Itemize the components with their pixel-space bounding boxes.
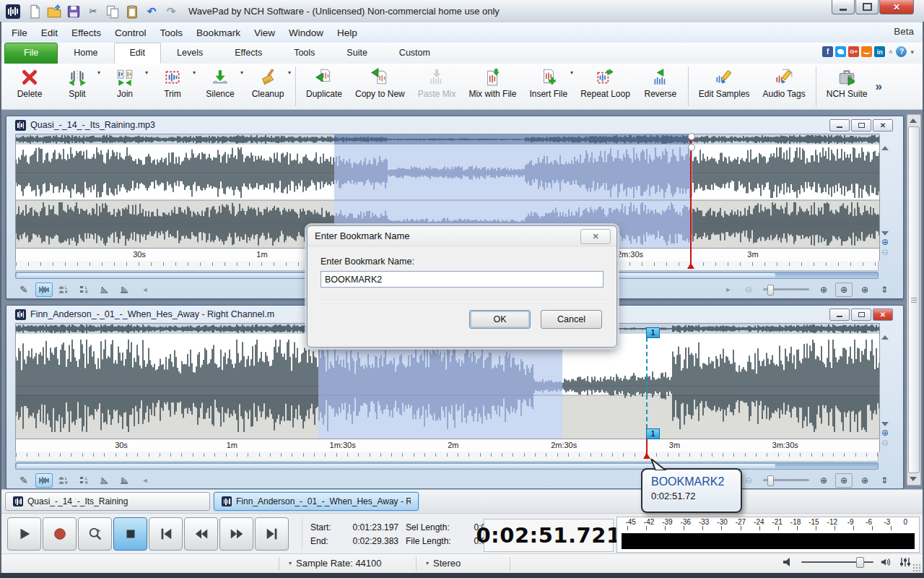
doc1-maximize-button[interactable] (851, 119, 871, 131)
collapse-ribbon-icon[interactable]: ˄ (889, 48, 892, 56)
scroll-left-icon[interactable] (136, 473, 154, 488)
amp-down-icon[interactable] (881, 231, 889, 236)
bookmark-flag-top[interactable]: 1 (646, 327, 660, 338)
facebook-icon[interactable]: f (822, 46, 833, 57)
go-to-start-button[interactable] (149, 517, 183, 551)
nch-icon[interactable] (861, 46, 872, 57)
fast-forward-button[interactable] (219, 517, 253, 551)
rewind-button[interactable] (184, 517, 218, 551)
undo-icon[interactable]: ↶ (144, 4, 159, 19)
play-button[interactable] (7, 517, 41, 551)
googleplus-icon[interactable]: G+ (848, 46, 859, 57)
menu-item[interactable]: Bookmark (196, 27, 240, 38)
scroll-down-icon[interactable] (910, 477, 917, 481)
go-to-end-button[interactable] (255, 517, 289, 551)
zoom-selection-icon[interactable] (835, 282, 853, 297)
view-env1-icon[interactable] (96, 473, 113, 488)
mdi-vertical-scrollbar[interactable] (907, 114, 921, 486)
maximize-button[interactable] (855, 0, 879, 14)
linkedin-icon[interactable]: in (874, 46, 885, 57)
speaker-mute-icon[interactable] (783, 557, 794, 567)
open-file-icon[interactable] (47, 4, 61, 19)
zoom-out-icon[interactable] (740, 473, 757, 488)
scroll-right-icon[interactable] (720, 282, 737, 297)
resize-grip[interactable] (913, 564, 920, 571)
menu-item[interactable]: Control (115, 27, 147, 38)
silence-button[interactable]: ▾ Silence (196, 64, 244, 109)
scroll-up-icon[interactable] (910, 118, 917, 123)
view-mode-lr-icon[interactable]: LR (56, 282, 73, 297)
view-mode-lr-icon[interactable]: LR (56, 473, 73, 488)
zoom-in-icon[interactable] (815, 282, 832, 297)
record-button[interactable] (43, 517, 77, 551)
save-icon[interactable] (66, 4, 81, 19)
close-button[interactable]: ✕ (879, 0, 914, 14)
doc2-horizontal-scrollbar[interactable] (15, 462, 879, 470)
speaker-loud-icon[interactable] (881, 557, 892, 567)
tab-file[interactable]: File (4, 43, 58, 64)
cleanup-button[interactable]: ▾ Cleanup (244, 64, 292, 109)
channels-selector[interactable]: Stereo (426, 558, 461, 569)
amp-down-icon[interactable] (881, 422, 889, 426)
menu-item[interactable]: View (254, 27, 275, 38)
volume-slider[interactable] (801, 561, 873, 563)
zoom-in-icon[interactable] (815, 473, 832, 488)
help-dropdown-icon[interactable]: ▾ (910, 48, 914, 56)
view-mode-dual-icon[interactable]: LR (76, 282, 93, 297)
tab-custom[interactable]: Custom (383, 43, 446, 64)
tab-tools[interactable]: Tools (278, 43, 331, 64)
menu-item[interactable]: Help (337, 27, 357, 38)
vzoom-in-icon[interactable] (879, 237, 891, 247)
view-env1-icon[interactable] (96, 282, 113, 297)
doc2-timeline[interactable]: 30s1m1m:30s2m2m:30s3m3m:30s (15, 439, 880, 452)
repeat-loop-button[interactable]: Repeat Loop (574, 64, 637, 109)
new-file-icon[interactable] (27, 4, 42, 19)
view-mode-wave-icon[interactable] (35, 473, 53, 488)
bookmark-flag-bottom[interactable]: 1 (646, 428, 660, 439)
zoom-full-icon[interactable] (855, 473, 873, 488)
zoom-vertical-icon[interactable] (876, 473, 893, 488)
cursor-marker[interactable] (687, 263, 694, 269)
scrollbar-thumb[interactable] (908, 126, 920, 473)
scroll-left-icon[interactable] (136, 282, 154, 297)
zoom-vertical-icon[interactable] (876, 282, 893, 297)
help-icon[interactable]: ? (896, 46, 907, 57)
paste-icon[interactable] (125, 4, 139, 19)
doc2-close-button[interactable]: ✕ (873, 309, 893, 321)
sample-rate-selector[interactable]: Sample Rate: 44100 (289, 558, 382, 569)
view-mode-wave-icon[interactable] (35, 282, 53, 297)
file-tab-finn[interactable]: Finn_Anderson_-_01_-_When_Hes_Away - Ri (214, 492, 419, 511)
copy-icon[interactable] (105, 4, 120, 19)
dialog-title-bar[interactable]: Enter Bookmark Name (308, 226, 616, 246)
amp-up-icon[interactable] (881, 335, 889, 340)
join-button[interactable]: ▾ Join (101, 64, 149, 109)
pen-tool-icon[interactable] (15, 473, 32, 488)
file-tab-quasi[interactable]: Quasi_-_14_-_Its_Raining (5, 492, 210, 511)
reverse-button[interactable]: Reverse (637, 64, 684, 109)
menu-item[interactable]: File (12, 27, 27, 38)
zoom-slider[interactable] (763, 479, 809, 481)
view-mode-dual-icon[interactable]: LR (76, 473, 93, 488)
minimize-button[interactable] (832, 0, 855, 14)
mix-with-file-button[interactable]: Mix with File (462, 64, 523, 109)
scrub-button[interactable] (78, 517, 112, 551)
cut-icon[interactable]: ✂ (86, 4, 100, 19)
delete-button[interactable]: Delete (6, 64, 53, 109)
trim-button[interactable]: ▾ Trim (149, 64, 196, 109)
copy-to-new-button[interactable]: Copy to New (349, 64, 411, 109)
mixer-icon[interactable] (899, 557, 911, 567)
doc1-close-button[interactable]: ✕ (873, 119, 893, 131)
bookmark-name-input[interactable] (321, 271, 603, 288)
dialog-close-icon[interactable]: ✕ (580, 229, 611, 244)
doc1-title-bar[interactable]: Quasi_-_14_-_Its_Raining.mp3 (15, 116, 893, 134)
menu-item[interactable]: Tools (160, 27, 183, 38)
doc1-minimize-button[interactable] (829, 119, 850, 131)
vzoom-out-icon[interactable] (879, 247, 891, 257)
tab-effects[interactable]: Effects (219, 43, 278, 64)
zoom-full-icon[interactable] (855, 282, 873, 297)
doc2-waveform[interactable] (16, 334, 879, 439)
twitter-icon[interactable] (835, 46, 846, 57)
doc2-minimize-button[interactable] (829, 309, 850, 321)
toolbar-overflow-icon[interactable]: » (875, 79, 881, 94)
nch-suite-button[interactable]: NCH Suite (820, 64, 874, 109)
